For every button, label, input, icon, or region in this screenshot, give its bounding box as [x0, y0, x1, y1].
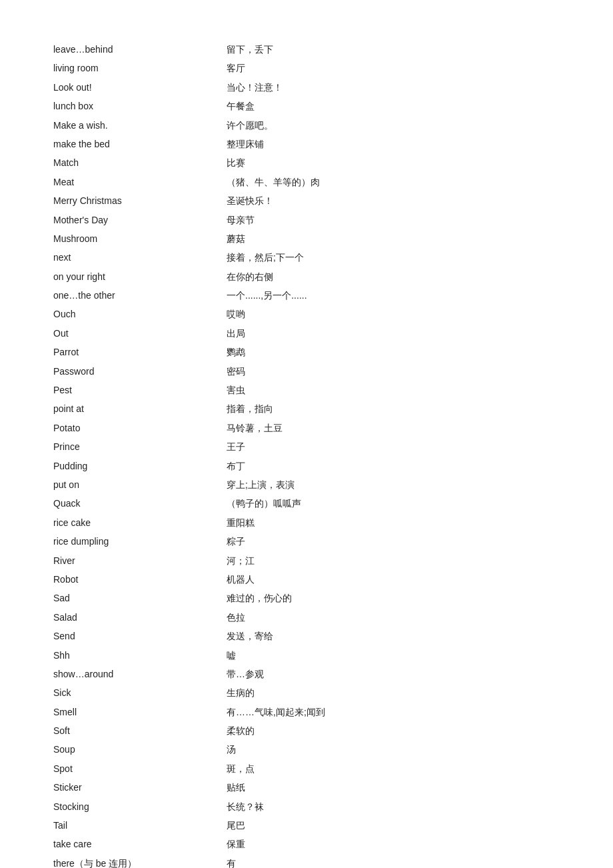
- vocab-english: Sticker: [53, 780, 227, 795]
- vocab-chinese: 尾巴: [227, 818, 560, 833]
- vocab-chinese: 斑，点: [227, 761, 560, 776]
- vocab-row: Match比赛: [53, 153, 560, 172]
- vocab-chinese: 一个......,另一个......: [227, 288, 560, 303]
- vocab-english: Make a wish.: [53, 118, 227, 133]
- vocab-row: rice dumpling粽子: [53, 532, 560, 551]
- vocab-row: Soft柔软的: [53, 721, 560, 740]
- vocab-chinese: 留下，丢下: [227, 42, 560, 57]
- vocab-english: make the bed: [53, 137, 227, 151]
- vocab-chinese: 色拉: [227, 610, 560, 625]
- vocab-row: Tail尾巴: [53, 816, 560, 835]
- vocab-chinese: 重阳糕: [227, 515, 560, 530]
- vocab-english: Meat: [53, 175, 227, 189]
- vocab-chinese: 哎哟: [227, 307, 560, 321]
- vocab-chinese: 有: [227, 856, 560, 868]
- vocab-row: Ouch哎哟: [53, 305, 560, 323]
- vocab-chinese: 蘑菇: [227, 231, 560, 246]
- vocab-row: Soup汤: [53, 740, 560, 759]
- vocab-english: Tail: [53, 818, 227, 833]
- vocab-chinese: 柔软的: [227, 723, 560, 738]
- vocab-english: Spot: [53, 761, 227, 776]
- vocab-english: Sick: [53, 685, 227, 700]
- vocab-chinese: 午餐盒: [227, 99, 560, 113]
- vocab-row: point at指着，指向: [53, 399, 560, 418]
- vocab-row: Mother's Day母亲节: [53, 211, 560, 229]
- vocab-chinese: 长统？袜: [227, 799, 560, 814]
- vocab-row: Stocking长统？袜: [53, 797, 560, 816]
- vocab-row: Password密码: [53, 362, 560, 381]
- vocab-english: Soup: [53, 742, 227, 757]
- vocab-row: Send发送，寄给: [53, 627, 560, 645]
- vocab-row: Merry Christmas圣诞快乐！: [53, 191, 560, 210]
- vocab-row: Smell有……气味,闻起来;闻到: [53, 703, 560, 721]
- vocab-english: Shh: [53, 648, 227, 663]
- vocab-english: Pudding: [53, 459, 227, 473]
- vocab-chinese: 密码: [227, 364, 560, 379]
- vocab-english: living room: [53, 61, 227, 75]
- vocab-english: lunch box: [53, 99, 227, 113]
- vocab-english: Smell: [53, 705, 227, 719]
- vocab-chinese: 害虫: [227, 383, 560, 397]
- vocab-english: Mushroom: [53, 231, 227, 246]
- vocab-row: make the bed整理床铺: [53, 135, 560, 153]
- vocab-english: Password: [53, 364, 227, 379]
- vocab-chinese: （鸭子的）呱呱声: [227, 496, 560, 511]
- vocab-row: Spot斑，点: [53, 759, 560, 778]
- vocab-row: take care保重: [53, 835, 560, 853]
- vocab-row: Make a wish.许个愿吧。: [53, 116, 560, 135]
- vocab-row: living room客厅: [53, 59, 560, 77]
- vocab-row: Potato马铃薯，土豆: [53, 419, 560, 437]
- vocab-english: Merry Christmas: [53, 193, 227, 208]
- vocab-english: Prince: [53, 439, 227, 454]
- vocab-english: Look out!: [53, 80, 227, 95]
- vocab-chinese: 嘘: [227, 648, 560, 663]
- vocab-english: Potato: [53, 421, 227, 435]
- vocab-english: Mother's Day: [53, 213, 227, 227]
- vocab-chinese: 带…参观: [227, 667, 560, 681]
- vocab-chinese: 比赛: [227, 155, 560, 170]
- vocab-english: point at: [53, 401, 227, 416]
- vocab-english: there（与 be 连用）: [53, 856, 227, 868]
- vocab-row: Sad难过的，伤心的: [53, 589, 560, 607]
- vocab-row: there（与 be 连用）有: [53, 854, 560, 868]
- vocab-english: Salad: [53, 610, 227, 625]
- vocab-row: Robot机器人: [53, 570, 560, 589]
- vocab-row: show…around带…参观: [53, 665, 560, 683]
- vocab-table: leave…behind留下，丢下living room客厅Look out!当…: [53, 40, 560, 868]
- vocab-chinese: 难过的，伤心的: [227, 591, 560, 605]
- vocab-chinese: 粽子: [227, 534, 560, 549]
- vocab-english: Stocking: [53, 799, 227, 814]
- vocab-english: one…the other: [53, 288, 227, 303]
- vocab-english: Parrot: [53, 345, 227, 359]
- vocab-chinese: 汤: [227, 742, 560, 757]
- vocab-chinese: 许个愿吧。: [227, 118, 560, 133]
- vocab-chinese: （猪、牛、羊等的）肉: [227, 175, 560, 189]
- vocab-row: Pudding布丁: [53, 457, 560, 475]
- vocab-chinese: 穿上;上演，表演: [227, 477, 560, 492]
- vocab-row: Mushroom蘑菇: [53, 229, 560, 248]
- vocab-row: one…the other一个......,另一个......: [53, 286, 560, 305]
- vocab-row: on your right在你的右侧: [53, 267, 560, 286]
- vocab-row: River河；江: [53, 551, 560, 570]
- vocab-chinese: 指着，指向: [227, 401, 560, 416]
- vocab-english: River: [53, 553, 227, 568]
- vocab-english: rice cake: [53, 515, 227, 530]
- vocab-chinese: 有……气味,闻起来;闻到: [227, 705, 560, 719]
- vocab-chinese: 生病的: [227, 685, 560, 700]
- vocab-english: Sad: [53, 591, 227, 605]
- vocab-row: Sticker贴纸: [53, 778, 560, 797]
- vocab-english: on your right: [53, 269, 227, 284]
- vocab-chinese: 保重: [227, 837, 560, 851]
- vocab-chinese: 客厅: [227, 61, 560, 75]
- vocab-chinese: 当心！注意！: [227, 80, 560, 95]
- vocab-english: Soft: [53, 723, 227, 738]
- vocab-chinese: 发送，寄给: [227, 629, 560, 643]
- vocab-english: Out: [53, 326, 227, 341]
- vocab-chinese: 机器人: [227, 572, 560, 587]
- vocab-english: show…around: [53, 667, 227, 681]
- vocab-english: leave…behind: [53, 42, 227, 57]
- vocab-chinese: 王子: [227, 439, 560, 454]
- vocab-row: Salad色拉: [53, 608, 560, 627]
- vocab-chinese: 圣诞快乐！: [227, 193, 560, 208]
- vocab-row: rice cake重阳糕: [53, 513, 560, 532]
